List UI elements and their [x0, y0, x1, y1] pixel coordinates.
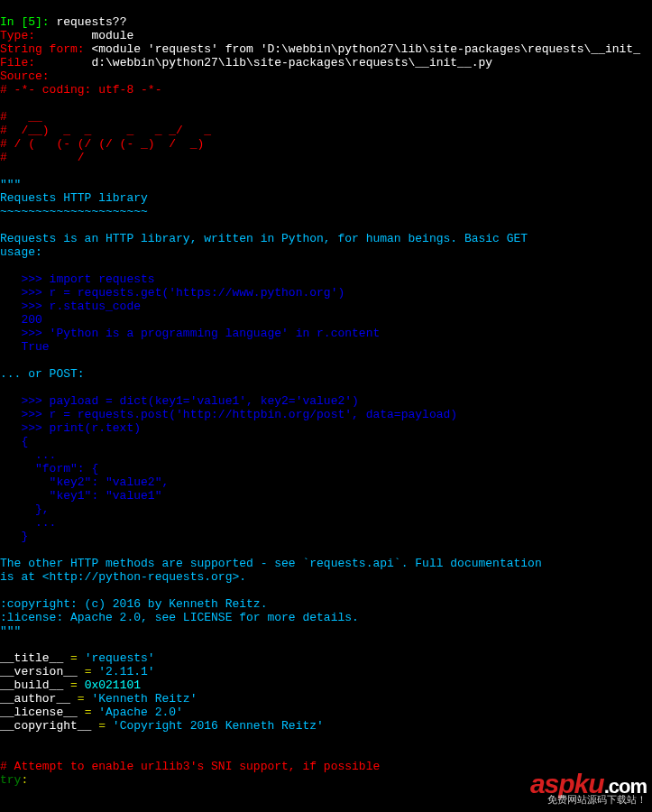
ascii-art-1: # __ [0, 110, 42, 124]
stringform-value: <module 'requests' from 'D:\webbin\pytho… [91, 42, 640, 56]
ascii-art-3: # / ( (- (/ (/ (- _) / _) [0, 137, 204, 151]
docstring-copyright: :copyright: (c) 2016 by Kenneth Reitz. [0, 597, 267, 611]
docstring-p3b: is at <http://python-requests.org>. [0, 570, 246, 584]
prompt-command: requests?? [56, 15, 126, 29]
docstring-p1b: usage: [0, 245, 42, 259]
var-build-val: 0x021101 [85, 678, 141, 692]
watermark: aspku.com 免费网站源码下载站！ [530, 777, 647, 807]
ascii-art-2: # /__) _ _ _ _ _/ _ [0, 124, 211, 137]
var-license-val: 'Apache 2.0' [98, 706, 183, 719]
ex2-l4: { [0, 435, 28, 448]
watermark-logo: aspku.com [530, 777, 647, 793]
file-value: d:\webbin\python27\lib\site-packages\req… [91, 56, 492, 69]
eq-op-4: = [70, 692, 91, 706]
eq-op-3: = [63, 678, 84, 692]
docstring-p3a: The other HTTP methods are supported - s… [0, 557, 542, 570]
ex2-l10: ... [0, 516, 56, 530]
prompt-number: 5 [28, 15, 35, 29]
docstring-p2: ... or POST: [0, 367, 85, 381]
var-version-val: '2.11.1' [98, 665, 154, 678]
type-label: Type: [0, 29, 35, 42]
docstring-license: :license: Apache 2.0, see LICENSE for mo… [0, 611, 359, 624]
ex2-l11: } [0, 530, 28, 543]
var-title: __title__ [0, 651, 63, 665]
ex2-l2: >>> r = requests.post('http://httpbin.or… [0, 408, 457, 421]
ex2-l6: "form": { [0, 462, 98, 475]
ex1-l5: >>> 'Python is a programming language' i… [0, 327, 380, 340]
eq-op: = [63, 651, 84, 665]
var-author: __author__ [0, 692, 70, 706]
file-label: File: [0, 56, 35, 69]
ex1-l4: 200 [0, 313, 42, 327]
type-value-text: module [91, 29, 133, 42]
stringform-label: String form: [0, 42, 85, 56]
var-author-val: 'Kenneth Reitz' [91, 692, 197, 706]
var-version: __version__ [0, 665, 78, 678]
try-colon: : [21, 773, 28, 787]
docstring-close: """ [0, 624, 21, 638]
docstring-p1a: Requests is an HTTP library, written in … [0, 232, 528, 245]
type-value [35, 29, 91, 42]
watermark-tagline: 免费网站源码下载站！ [530, 793, 647, 807]
ex2-l3: >>> print(r.text) [0, 421, 141, 435]
docstring-title: Requests HTTP library [0, 191, 148, 205]
var-license: __license__ [0, 706, 78, 719]
ex1-l6: True [0, 340, 50, 354]
ex1-l2: >>> r = requests.get('https://www.python… [0, 286, 344, 300]
ex1-l3: >>> r.status_code [0, 300, 141, 313]
source-label: Source: [0, 69, 50, 83]
eq-op-6: = [91, 719, 112, 733]
var-copyright: __copyright__ [0, 719, 91, 733]
ex2-l8: "key1": "value1" [0, 489, 161, 503]
ex2-l7: "key2": "value2", [0, 475, 169, 489]
prompt-colon: : [42, 15, 57, 29]
prompt-in: In [0, 15, 21, 29]
prompt-bracket-close: ] [35, 15, 42, 29]
var-copyright-val: 'Copyright 2016 Kenneth Reitz' [113, 719, 324, 733]
ex2-l9: }, [0, 503, 50, 516]
ex2-l1: >>> payload = dict(key1='value1', key2='… [0, 394, 359, 408]
var-build: __build__ [0, 678, 63, 692]
ex1-l1: >>> import requests [0, 272, 155, 286]
eq-op-2: = [78, 665, 98, 678]
terminal-output: In [5]: requests?? Type: module String f… [0, 0, 652, 787]
eq-op-5: = [78, 706, 98, 719]
docstring-open: """ [0, 178, 21, 191]
var-title-val: 'requests' [85, 651, 155, 665]
comment-sni: # Attempt to enable urllib3's SNI suppor… [0, 760, 380, 773]
ascii-art-4: # / [0, 151, 85, 164]
source-comment-coding: # -*- coding: utf-8 -*- [0, 83, 161, 97]
docstring-underline: ~~~~~~~~~~~~~~~~~~~~~ [0, 205, 148, 218]
ex2-l5: ... [0, 448, 56, 462]
try-keyword: try [0, 773, 21, 787]
